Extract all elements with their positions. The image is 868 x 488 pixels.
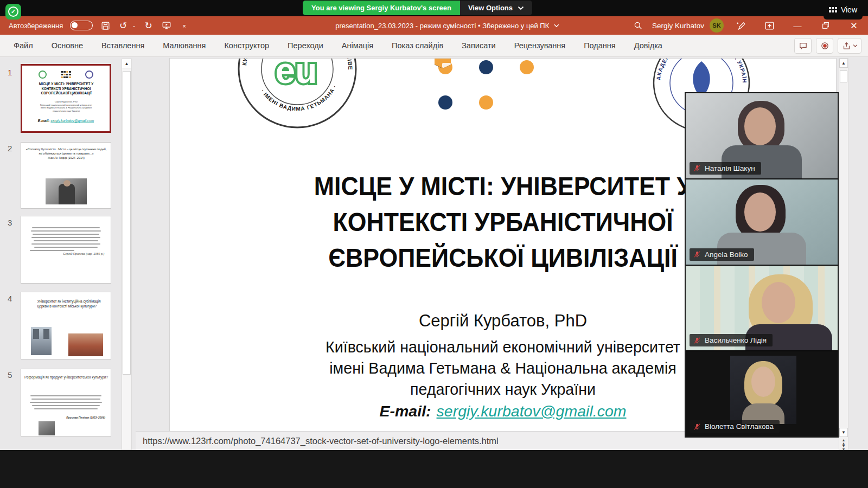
participant-video-3[interactable]: Васильченко Лідія	[686, 266, 838, 352]
view-options-button[interactable]: View Options	[460, 1, 532, 15]
search-icon[interactable]	[624, 16, 652, 35]
scroll-down-arrow-icon[interactable]: ▼	[839, 428, 848, 437]
slide-scrollbar[interactable]: ▲ ▼ ▲▲ ▼▼	[839, 58, 848, 450]
minimize-button[interactable]: —	[783, 16, 812, 35]
chevron-down-icon	[853, 44, 858, 48]
scroll-up-arrow-icon[interactable]: ▲	[839, 59, 848, 68]
thumbnail-scrollbar[interactable]: ▲	[122, 59, 132, 450]
quick-access-customize-icon[interactable]: ⌅	[179, 20, 190, 31]
thumbnail-quote: «Спочатку було місто...Місто – це місце …	[23, 147, 108, 160]
participant-name: Angela Boiko	[705, 251, 748, 259]
powerpoint-titlebar: Автозбереження ↺⌄ ↻ ⌅ presentation_23.03…	[0, 16, 868, 35]
muted-mic-icon	[693, 337, 701, 344]
thumbnail-title: МІСЦЕ У МІСТІ: УНІВЕРСИТЕТ УКОНТЕКСТІ УР…	[25, 82, 107, 95]
view-layout-button[interactable]: View	[824, 0, 863, 20]
chevron-down-icon	[553, 24, 559, 28]
participant-video-1[interactable]: Наталія Шакун	[686, 93, 838, 179]
thumbnail-author-block: Сергій Курбатов, PhD Київський національ…	[25, 100, 107, 113]
participant-video-4[interactable]: Віолетта Світлакова	[686, 351, 838, 436]
tab-transitions[interactable]: Переходи	[278, 36, 333, 55]
powerpoint-workspace: 1 МІСЦЕ У МІСТІ: УНІВЕРСИТЕТ УКОНТЕКСТІ …	[0, 57, 868, 450]
redo-icon[interactable]: ↻	[143, 20, 154, 31]
participant-name-tag: Васильченко Лідія	[690, 334, 773, 346]
zoom-top-bar: You are viewing Sergiy Kurbatov's screen…	[0, 0, 868, 16]
slide-thumbnail-3[interactable]: Сергій Пролеєв (нар. 1959 р.)	[21, 216, 111, 284]
slideshow-icon[interactable]	[161, 20, 172, 31]
slide-number: 5	[8, 370, 12, 380]
ribbon-display-options-icon[interactable]	[755, 16, 783, 35]
tab-slideshow[interactable]: Показ слайдів	[382, 36, 452, 55]
zoom-meeting-toolbar: Unmute Start Video Participants 50 Chat	[0, 450, 868, 488]
thumbnail-attribution: Ярослав Пелікан (1923–2006)	[66, 416, 105, 419]
logo-badge	[520, 60, 534, 74]
scroll-up-arrow-icon[interactable]: ▲	[122, 59, 131, 68]
tab-animations[interactable]: Анімація	[333, 36, 382, 55]
participant-name-tag: Angela Boiko	[690, 248, 754, 261]
slide-number: 4	[8, 294, 12, 303]
comments-button[interactable]	[794, 38, 812, 54]
thumbnail-logos	[22, 70, 110, 79]
record-presentation-button[interactable]	[816, 38, 833, 54]
logo-badge	[479, 95, 493, 110]
tab-review[interactable]: Рецензування	[505, 36, 575, 55]
undo-icon[interactable]: ↺	[118, 20, 129, 31]
account-user-name[interactable]: Sergiy Kurbatov	[652, 22, 704, 30]
zoom-screen-share-view: You are viewing Sergiy Kurbatov's screen…	[0, 0, 868, 488]
zoom-security-shield-icon[interactable]: ✓	[5, 4, 21, 20]
thumbnail-email: E-mail: sergiy.kurbatov@gmail.com	[22, 119, 110, 123]
share-button[interactable]	[838, 38, 861, 54]
save-icon[interactable]	[100, 20, 111, 31]
slide-number: 1	[8, 68, 12, 77]
user-avatar[interactable]: SK	[710, 18, 724, 33]
slide-thumbnail-panel: 1 МІСЦЕ У МІСТІ: УНІВЕРСИТЕТ УКОНТЕКСТІ …	[0, 57, 136, 450]
email-link[interactable]: sergiy.kurbatov@gmail.com	[437, 402, 627, 420]
scrollbar-thumb[interactable]	[123, 71, 131, 375]
tab-insert[interactable]: Вставлення	[92, 36, 154, 55]
tab-help[interactable]: Довідка	[625, 36, 672, 55]
slide-thumbnail-2[interactable]: «Спочатку було місто...Місто – це місце …	[21, 142, 111, 209]
person-silhouette	[751, 367, 775, 397]
undo-dropdown-chevron-icon[interactable]: ⌄	[132, 23, 136, 28]
autosave-toggle[interactable]	[70, 21, 93, 30]
thumbnail-photo	[46, 178, 87, 204]
participant-name: Васильченко Лідія	[705, 336, 767, 344]
slide-thumbnail-4[interactable]: Університет як інституційна сублімація ц…	[21, 292, 111, 359]
viewing-banner-text: You are viewing Sergiy Kurbatov's screen	[303, 1, 460, 15]
thumbnail-text-blur	[29, 393, 103, 412]
scrollbar-thumb[interactable]	[840, 70, 847, 82]
tab-view[interactable]: Подання	[575, 36, 625, 55]
person-silhouette	[744, 192, 776, 232]
muted-mic-icon	[693, 251, 701, 258]
thumbnail-title: Університет як інституційна сублімація ц…	[25, 299, 106, 309]
participant-name: Віолетта Світлакова	[705, 422, 774, 431]
participant-video-2[interactable]: Angela Boiko	[686, 179, 838, 266]
participant-name-tag: Наталія Шакун	[690, 162, 761, 175]
slide-number: 3	[8, 218, 12, 227]
slide-thumbnail-1[interactable]: МІСЦЕ У МІСТІ: УНІВЕРСИТЕТ УКОНТЕКСТІ УР…	[21, 64, 111, 133]
person-silhouette	[762, 282, 795, 323]
pen-highlight-icon[interactable]	[727, 16, 755, 35]
slide-number: 2	[8, 144, 12, 153]
document-title[interactable]: presentation_23.03.2023 - режим суміснос…	[335, 16, 559, 35]
view-options-label: View Options	[468, 4, 513, 12]
muted-mic-icon	[693, 423, 701, 431]
video-feed	[730, 356, 796, 424]
slide-thumbnail-5[interactable]: Реформація як продукт університетської к…	[21, 369, 111, 436]
tab-home[interactable]: Основне	[42, 36, 92, 55]
ribbon-tab-bar: Файл Основне Вставлення Малювання Констр…	[0, 35, 868, 57]
logo-badge	[479, 60, 493, 74]
view-label: View	[841, 5, 857, 14]
chevron-down-icon	[518, 6, 524, 10]
thumbnail-title: Реформація як продукт університетської к…	[21, 375, 111, 380]
tab-file[interactable]: Файл	[4, 36, 42, 55]
participant-video-panel: Наталія Шакун Angela Boiko	[685, 92, 839, 438]
thumbnail-text-blur	[30, 225, 102, 253]
kneu-university-logo: КИЇВСЬКИЙ НАЦІОНАЛЬНИЙ ЕКОНОМІЧНИЙ УНІВЕ…	[237, 58, 358, 130]
autosave-label: Автозбереження	[9, 22, 63, 30]
tab-draw[interactable]: Малювання	[154, 36, 215, 55]
source-url: https://www.123rf.com/photo_74164737_sto…	[136, 436, 499, 446]
tab-design[interactable]: Конструктор	[215, 36, 278, 55]
muted-mic-icon	[693, 164, 701, 172]
thumbnail-photo	[39, 421, 55, 435]
tab-record[interactable]: Записати	[452, 36, 505, 55]
